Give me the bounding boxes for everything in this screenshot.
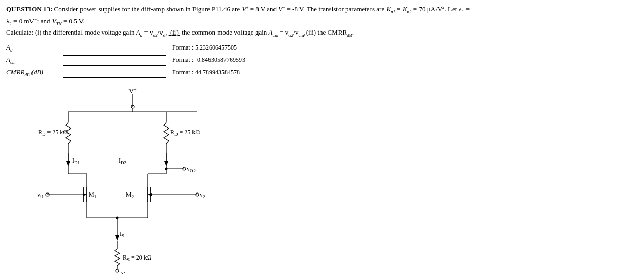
- svg-point-40: [116, 269, 119, 272]
- ad-label: Ad: [6, 43, 63, 53]
- vo2-label: vO2: [187, 165, 196, 173]
- rd2-label: RD = 25 kΩ: [170, 128, 200, 137]
- id1-label: ID1: [72, 157, 80, 165]
- m2-label: M2: [126, 191, 134, 199]
- svg-marker-32: [148, 193, 152, 196]
- question-line2: Calculate: (i) the differential-mode vol…: [6, 28, 354, 36]
- and-text: and: [41, 17, 51, 25]
- svg-marker-11: [164, 161, 168, 166]
- svg-point-13: [165, 167, 168, 170]
- vminus-label: V−: [121, 269, 128, 274]
- question-body: Consider power supplies for the diff-amp…: [6, 5, 470, 24]
- vplus-label: V+: [128, 87, 136, 95]
- rs-label: RS = 20 kΩ: [123, 254, 152, 262]
- rd1-label: RD = 25 kΩ: [38, 128, 68, 137]
- svg-marker-37: [115, 235, 119, 241]
- ad-input[interactable]: [63, 43, 166, 53]
- question-number: QUESTION 13:: [6, 5, 52, 13]
- form-section: Ad Format : 5.232606457505 Acm Format : …: [6, 43, 638, 78]
- ad-format: Format : 5.232606457505: [172, 44, 237, 52]
- acm-label: Acm: [6, 56, 63, 65]
- question-text: QUESTION 13: Consider power supplies for…: [6, 4, 471, 39]
- acm-input[interactable]: [63, 55, 166, 66]
- cmrr-row: CMRRdB (dB) Format : 44.789943584578: [6, 68, 638, 78]
- vi1-label: vi1: [37, 191, 44, 199]
- cmrr-format: Format : 44.789943584578: [172, 69, 240, 76]
- acm-format: Format : -0.84630587769593: [172, 56, 245, 64]
- cmrr-label: CMRRdB (dB): [6, 68, 63, 77]
- id2-label: ID2: [119, 157, 126, 165]
- svg-marker-23: [83, 193, 87, 196]
- m1-label: M1: [89, 191, 96, 199]
- cmrr-input[interactable]: [63, 68, 166, 78]
- ad-row: Ad Format : 5.232606457505: [6, 43, 638, 53]
- circuit-diagram: V+ ID1 RD = 25 kΩ ID2 RD = 25 kΩ: [37, 86, 254, 274]
- figure-container: V+ ID1 RD = 25 kΩ ID2 RD = 25 kΩ: [37, 86, 638, 274]
- acm-row: Acm Format : -0.84630587769593: [6, 55, 638, 66]
- svg-marker-7: [66, 161, 70, 166]
- is-label: IS: [120, 230, 124, 238]
- v2-label: v2: [200, 191, 205, 199]
